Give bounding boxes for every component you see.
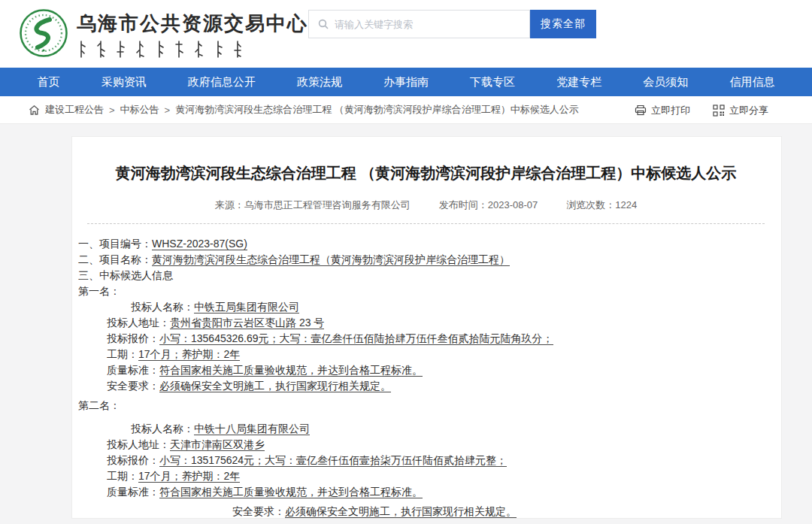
nav-item-member-notice[interactable]: 会员须知 (643, 75, 688, 89)
nav-item-policies[interactable]: 政策法规 (297, 75, 342, 89)
site-title: 乌海市公共资源交易中心 (77, 11, 308, 37)
project-name-line: 二、项目名称：黄河海勃湾滨河段生态综合治理工程（黄河海勃湾滨河段护岸综合治理工程… (78, 252, 774, 268)
page-title: 黄河海勃湾滨河段生态综合治理工程 （黄河海勃湾滨河段护岸综合治理工程）中标候选人… (78, 162, 774, 183)
meta-view-count: 浏览次数：1224 (566, 198, 637, 212)
bidder1-duration-line: 工期：17个月；养护期：2年 (78, 347, 774, 362)
site-logo-icon (19, 8, 68, 58)
second-place-heading: 第二名： (78, 398, 774, 413)
print-button[interactable]: 立即打印 (635, 104, 690, 117)
breadcrumb-separator: > (165, 104, 171, 116)
announcement-card: 黄河海勃湾滨河段生态综合治理工程 （黄河海勃湾滨河段护岸综合治理工程）中标候选人… (71, 136, 782, 519)
main-nav: 首页 采购资讯 政府信息公开 政策法规 办事指南 下载专区 党建专栏 会员须知 … (0, 68, 812, 96)
share-button[interactable]: 立即分享 (713, 104, 768, 117)
nav-item-credit-info[interactable]: 信用信息 (729, 75, 774, 89)
announcement-content: 一、项目编号：WHSZ-2023-87(SG) 二、项目名称：黄河海勃湾滨河段生… (78, 236, 774, 519)
share-label: 立即分享 (729, 104, 768, 117)
meta-publish-time: 发布时间：2023-08-07 (439, 198, 538, 212)
search-box (308, 10, 530, 38)
search-input[interactable] (335, 11, 529, 38)
nav-item-home[interactable]: 首页 (38, 75, 60, 89)
candidates-section-heading: 三、中标候选人信息 (78, 268, 774, 283)
bidder1-name-line: 投标人名称：中铁五局集团有限公司 (78, 299, 774, 315)
home-icon[interactable] (29, 104, 40, 116)
print-label: 立即打印 (651, 104, 690, 117)
project-number-line: 一、项目编号：WHSZ-2023-87(SG) (78, 236, 774, 252)
article-meta: 来源：乌海市思正工程管理咨询服务有限公司 发布时间：2023-08-07 浏览次… (78, 198, 774, 212)
bidder2-price-line: 投标报价：小写：135175624元；大写：壹亿叁仟伍佰壹拾柒万伍仟陆佰贰拾肆元… (78, 453, 774, 468)
breadcrumb-item-current: 黄河海勃湾滨河段生态综合治理工程 （黄河海勃湾滨河段护岸综合治理工程）中标候选人… (175, 103, 579, 117)
bidder2-safety-line: 安全要求：必须确保安全文明施工，执行国家现行相关规定。 (78, 504, 774, 519)
breadcrumb-item-award-notices[interactable]: 中标公告 (120, 103, 159, 117)
breadcrumb-item-construction-notices[interactable]: 建设工程公告 (45, 103, 104, 117)
bidder1-address-line: 投标人地址：贵州省贵阳市云岩区枣山路 23 号 (78, 315, 774, 331)
printer-icon (635, 104, 647, 116)
bidder2-name-line: 投标人名称：中铁十八局集团有限公司 (78, 421, 774, 437)
page-body: 黄河海勃湾滨河段生态综合治理工程 （黄河海勃湾滨河段护岸综合治理工程）中标候选人… (0, 124, 812, 524)
nav-item-party-building[interactable]: 党建专栏 (556, 75, 601, 89)
bidder1-price-line: 投标报价：小写：135645326.69元；大写：壹亿叁仟伍佰陆拾肆万伍仟叁佰贰… (78, 331, 774, 347)
bidder2-quality-line: 质量标准：符合国家相关施工质量验收规范，并达到合格工程标准。 (78, 484, 774, 500)
site-header: 乌海市公共资源交易中心 搜索全部 (0, 0, 812, 68)
first-place-heading: 第一名： (78, 283, 774, 299)
breadcrumb-separator: > (109, 104, 115, 116)
mongolian-script-icon (77, 40, 308, 59)
nav-item-procurement-news[interactable]: 采购资讯 (102, 75, 147, 89)
bidder2-duration-line: 工期：17个月；养护期：2年 (78, 468, 774, 484)
search-icon (318, 19, 329, 29)
qr-code-icon (713, 104, 725, 117)
dashed-divider (87, 223, 765, 224)
nav-item-gov-info[interactable]: 政府信息公开 (188, 75, 256, 89)
bidder1-safety-line: 安全要求：必须确保安全文明施工，执行国家现行相关规定。 (78, 378, 774, 394)
bidder2-address-line: 投标人地址：天津市津南区双港乡 (78, 437, 774, 453)
bidder1-quality-line: 质量标准：符合国家相关施工质量验收规范，并达到合格工程标准。 (78, 362, 774, 378)
nav-item-service-guide[interactable]: 办事指南 (383, 75, 429, 89)
search-all-button[interactable]: 搜索全部 (530, 10, 596, 38)
nav-item-downloads[interactable]: 下载专区 (470, 75, 515, 89)
breadcrumb: 建设工程公告 > 中标公告 > 黄河海勃湾滨河段生态综合治理工程 （黄河海勃湾滨… (0, 96, 812, 124)
meta-source: 来源：乌海市思正工程管理咨询服务有限公司 (215, 198, 411, 212)
